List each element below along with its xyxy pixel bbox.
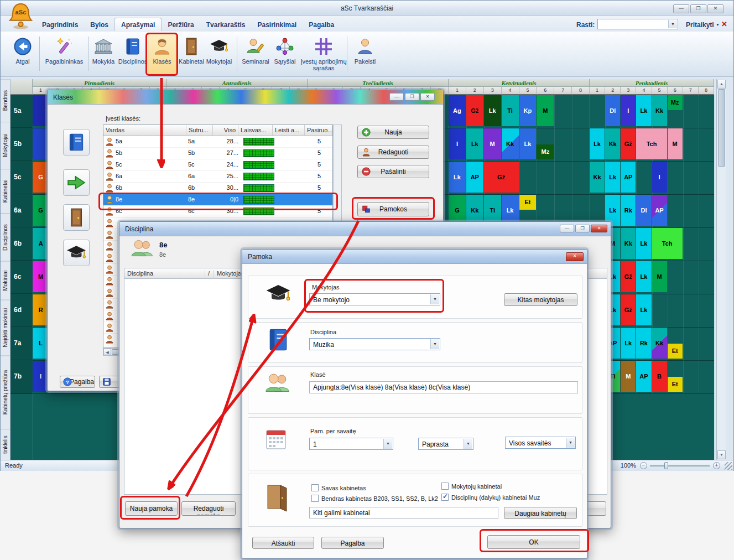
class-row-8e[interactable]: 8e8e0|0: [103, 194, 332, 206]
row-label-6a[interactable]: 6a: [11, 194, 33, 227]
lesson-cell[interactable]: Lk: [590, 128, 605, 159]
column-header-pasiruo[interactable]: Pasiruo...: [305, 125, 332, 136]
scroll-left-icon[interactable]: ◀: [103, 349, 111, 355]
find-input[interactable]: ▼: [597, 19, 678, 29]
edit-lesson-button[interactable]: Redaguoti pamoką: [181, 501, 236, 516]
lesson-cell[interactable]: M: [484, 128, 501, 159]
class-row-6c[interactable]: 6c6c30...5: [103, 206, 332, 217]
lesson-cell[interactable]: Ti: [502, 95, 519, 126]
weeks-select[interactable]: Visos savaitės▼: [505, 437, 576, 449]
side-tab-ne-d-ti-mokiniai[interactable]: Neįdėti mokiniai: [1, 299, 10, 355]
timetable-vertical-scrollbar[interactable]: ▲ ▼: [716, 79, 726, 460]
dropdown-arrow-icon[interactable]: ▼: [464, 439, 472, 449]
per-week-count-select[interactable]: 1▼: [309, 438, 393, 450]
lesson-cell[interactable]: AP: [652, 195, 667, 226]
side-tab-disciplinos[interactable]: Disciplinos: [1, 213, 10, 261]
zoom-in-icon[interactable]: +: [713, 462, 720, 469]
close-button[interactable]: ✕: [566, 252, 584, 261]
side-tab-kabinet-prie-i-ra[interactable]: Kabinetų priežiūra: [1, 355, 10, 429]
row-label-7b[interactable]: 7b: [11, 360, 33, 393]
menu-tab-pagrindinis[interactable]: Pagrindinis: [36, 18, 84, 31]
lesson-cell[interactable]: I: [652, 162, 667, 193]
lesson-cell[interactable]: Tch: [636, 128, 667, 159]
menu-tab-pasirinkimai[interactable]: Pasirinkimai: [251, 18, 303, 31]
close-button[interactable]: ✕: [707, 4, 723, 13]
maximize-button[interactable]: ❐: [405, 93, 419, 101]
lesson-cell[interactable]: Lk: [636, 228, 651, 259]
minimize-button[interactable]: —: [560, 225, 574, 232]
own-room-checkbox[interactable]: Savas kabinetas: [311, 484, 366, 491]
toolbar-button-kabinetai[interactable]: Kabinetai: [178, 34, 205, 75]
menu-tab-apra-ymai[interactable]: Aprašymai: [114, 18, 162, 31]
column-header-sutru[interactable]: Sutru...: [186, 125, 213, 136]
lesson-cell[interactable]: Kk: [605, 128, 620, 159]
side-tab-tinklelis[interactable]: tinklelis: [1, 429, 10, 460]
lesson-cell[interactable]: Dl: [605, 95, 620, 126]
lesson-cell[interactable]: Mz: [668, 95, 683, 110]
lesson-cell[interactable]: Lk: [605, 162, 620, 193]
disciplina-titlebar[interactable]: Disciplina — ❐ ✕: [119, 222, 611, 236]
title-bar[interactable]: aSc Tvarkaraščiai — ❐ ✕: [1, 1, 733, 16]
lesson-cell[interactable]: Rk: [621, 195, 636, 226]
column-header-laisvas[interactable]: Laisvas...: [238, 125, 273, 136]
row-label-6c[interactable]: 6c: [11, 261, 33, 294]
toolbar-button-mokykla[interactable]: Mokykla: [91, 34, 116, 75]
lesson-cell[interactable]: Lk: [449, 162, 466, 193]
zoom-slider-track[interactable]: [650, 465, 710, 466]
lesson-cell[interactable]: Lk: [519, 128, 537, 159]
row-label-7a[interactable]: 7a: [11, 327, 33, 360]
teachers-gradcap-icon[interactable]: [63, 240, 90, 266]
klases-titlebar[interactable]: Klasės — ❐ ✕: [48, 90, 443, 105]
lesson-cell[interactable]: AP: [466, 162, 483, 193]
dropdown-arrow-icon[interactable]: ▼: [383, 439, 392, 449]
lesson-cell[interactable]: M: [668, 128, 683, 159]
lesson-cell[interactable]: [33, 95, 49, 126]
lesson-cell[interactable]: M: [537, 95, 554, 126]
side-tab-kabinetai[interactable]: Kabinetai: [1, 169, 10, 212]
lesson-cell[interactable]: I: [449, 128, 466, 159]
lesson-cell[interactable]: Gž: [466, 95, 483, 126]
pamoka-titlebar[interactable]: Pamoka ✕: [242, 250, 587, 264]
toolbar-button-vest-apribojim-s-ra-as[interactable]: Įvestų apribojimų sąrašas: [299, 34, 348, 75]
class-value-field[interactable]: Apjungta:8e(Visa klasė) 8a(Visa klasė) 8…: [309, 381, 578, 393]
lesson-cell[interactable]: AP: [636, 361, 651, 392]
dropdown-arrow-icon[interactable]: ▼: [668, 20, 677, 28]
row-label-5a[interactable]: 5a: [11, 95, 33, 128]
lesson-cell[interactable]: AP: [621, 162, 636, 193]
menu-tab-pagalba[interactable]: Pagalba: [303, 18, 340, 31]
other-rooms-field[interactable]: Kiti galimi kabinetai: [309, 507, 498, 518]
apply-close-icon[interactable]: ✕: [721, 20, 727, 28]
subject-rooms-checkbox[interactable]: Disciplinų (dalykų) kabinetai Muz: [441, 494, 540, 501]
lesson-cell[interactable]: Lk: [636, 294, 651, 325]
menu-tab-per-i-ra[interactable]: Peržiūra: [162, 18, 200, 31]
lesson-cell[interactable]: Lk: [636, 95, 651, 126]
lesson-cell[interactable]: G: [33, 162, 49, 193]
scroll-up-icon[interactable]: ▲: [717, 80, 726, 89]
menu-tab-tvarkara-tis[interactable]: Tvarkaraštis: [200, 18, 252, 31]
row-label-6b[interactable]: 6b: [11, 227, 33, 261]
zoom-out-icon[interactable]: −: [640, 462, 647, 469]
lesson-cell[interactable]: Gž: [621, 128, 636, 159]
lessons-button[interactable]: Pamokos: [357, 202, 429, 216]
toolbar-button-pakeisti[interactable]: Pakeisti: [350, 34, 380, 75]
resize-grip[interactable]: [725, 462, 732, 470]
row-label-5b[interactable]: 5b: [11, 128, 33, 161]
class-row-6a[interactable]: 6a6a25...5: [103, 171, 332, 183]
lesson-cell[interactable]: I: [33, 361, 49, 392]
apply-dropdown-icon[interactable]: ▼: [716, 23, 720, 27]
lesson-cell[interactable]: Et: [668, 344, 683, 359]
row-label-6d[interactable]: 6d: [11, 294, 33, 327]
lesson-cell[interactable]: Rk: [636, 328, 651, 359]
other-teacher-button[interactable]: Kitas mokytojas: [504, 293, 577, 306]
new-lesson-button[interactable]: Nauja pamoka: [125, 501, 178, 516]
lesson-cell[interactable]: Gž: [621, 261, 636, 292]
toolbar-button-klas-s[interactable]: Klasės: [148, 34, 176, 75]
subject-select[interactable]: Muzika▼: [309, 338, 440, 350]
maximize-button[interactable]: ❐: [690, 4, 706, 13]
lesson-cell[interactable]: Lk: [636, 261, 651, 292]
column-header-vardas[interactable]: Vardas: [103, 125, 186, 136]
ok-button[interactable]: OK: [487, 535, 580, 549]
toolbar-button-seminarai[interactable]: Seminarai: [240, 34, 272, 75]
lesson-cell[interactable]: Gž: [621, 294, 636, 325]
lesson-cell[interactable]: L: [33, 328, 49, 359]
